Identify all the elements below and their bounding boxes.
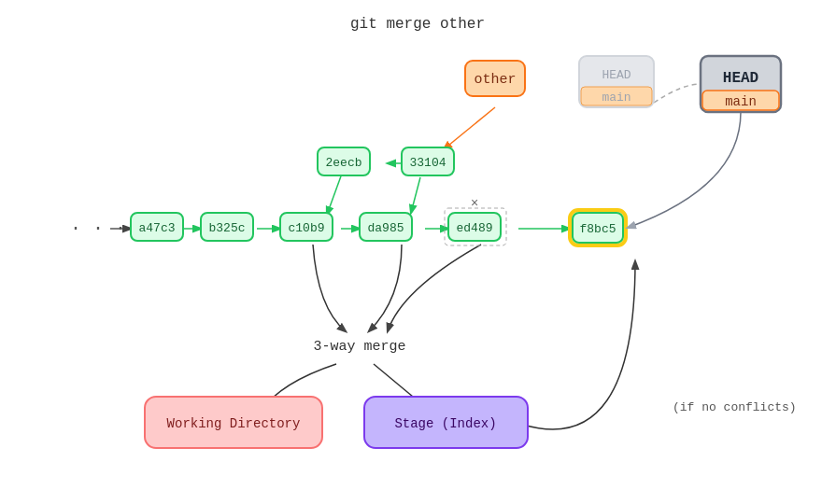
if-no-conflicts-label: (if no conflicts) — [673, 400, 797, 414]
merge-label: 3-way merge — [313, 339, 405, 355]
diagram-svg: git merge other — [0, 0, 836, 504]
working-dir-label: Working Directory — [167, 416, 301, 431]
label-b325c: b325c — [208, 221, 245, 235]
other-label: other — [474, 72, 516, 88]
label-c10b9: c10b9 — [288, 221, 324, 235]
cross-mark: × — [471, 195, 478, 210]
label-da985: da985 — [367, 221, 404, 235]
label-2eecb: 2eecb — [325, 156, 361, 170]
main-label: main — [725, 94, 757, 109]
label-a47c3: a47c3 — [138, 221, 175, 235]
svg-line-8 — [411, 177, 420, 213]
command-title: git merge other — [350, 16, 485, 33]
label-ed489: ed489 — [456, 221, 492, 235]
label-33104: 33104 — [409, 156, 446, 170]
head-faded-label: HEAD — [602, 68, 631, 82]
label-f8bc5: f8bc5 — [579, 222, 616, 236]
svg-line-9 — [444, 107, 495, 149]
stage-label: Stage (Index) — [394, 416, 496, 431]
dots-label: · · · — [70, 217, 126, 239]
head-label: HEAD — [723, 70, 758, 87]
main-faded-label: main — [602, 91, 631, 105]
